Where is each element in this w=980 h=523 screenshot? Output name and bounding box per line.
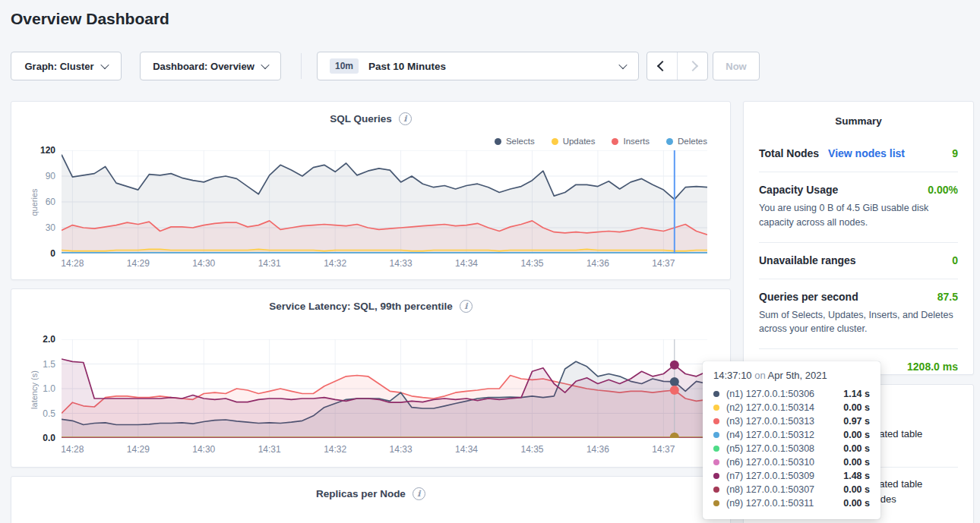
sql-queries-plot[interactable] [62,150,707,254]
x-tick-label: 14:31 [258,444,281,455]
summary-subtext: You are using 0 B of 4.5 GiB usable disk… [759,201,958,230]
tooltip-node-value: 1.14 s [843,389,870,399]
x-tick-label: 14:30 [192,444,215,455]
y-tick-label: 30 [11,222,55,233]
tooltip-row: (n2) 127.0.0.1:503140.00 s [713,401,870,414]
legend-item-deletes: Deletes [666,137,707,146]
replicas-per-node-chart-card: Replicas per Node [11,476,731,523]
legend-label: Updates [563,137,596,146]
summary-value: 9 [952,147,958,159]
series-dot-icon [713,487,719,493]
y-tick-label: 1.0 [11,383,55,394]
x-tick-label: 14:32 [324,258,346,269]
x-tick-label: 14:28 [61,444,84,455]
chart-title: Service Latency: SQL, 99th percentile [269,301,453,312]
x-tick-label: 14:29 [127,258,150,269]
tooltip-row: (n6) 127.0.0.1:503100.00 s [713,455,870,469]
time-range-badge: 10m [330,58,359,74]
x-tick-label: 14:33 [390,258,413,269]
x-tick-label: 14:33 [390,444,413,455]
x-tick-label: 14:30 [192,258,215,269]
x-tick-label: 14:36 [586,258,609,269]
legend-item-inserts: Inserts [612,137,650,146]
prev-time-button[interactable] [647,52,677,80]
tooltip-node-label: (n9) 127.0.0.1:50311 [726,498,814,509]
info-icon[interactable] [399,112,412,125]
legend-dot-icon [552,138,558,145]
series-dot-icon [713,418,719,424]
y-tick-label: 120 [11,145,55,156]
chart-header: Replicas per Node [11,487,730,500]
sql-queries-chart-card: SQL Queries SelectsUpdatesInsertsDeletes… [11,101,731,280]
tooltip-row: (n8) 127.0.0.1:503070.00 s [713,483,870,496]
series-dot-icon [713,391,719,397]
chart-title: Replicas per Node [316,488,406,499]
tooltip-row: (n1) 127.0.0.1:503061.14 s [713,387,870,401]
chart-hover-tooltip: 14:37:10 on Apr 5th, 2021 (n1) 127.0.0.1… [703,361,880,519]
y-tick-label: 1.5 [11,359,55,370]
summary-body: Total Nodes View nodes list 9 Capacity U… [744,127,973,385]
x-tick-label: 14:35 [520,444,543,455]
summary-label: Capacity Usage [759,184,838,196]
x-tick-label: 14:34 [455,444,478,455]
tooltip-row: (n3) 127.0.0.1:503130.97 s [713,414,870,428]
tooltip-node-label: (n7) 127.0.0.1:50309 [726,471,814,481]
series-dot-icon [713,405,719,411]
summary-label: Unavailable ranges [759,254,856,266]
info-icon[interactable] [413,487,425,500]
tooltip-node-value: 0.00 s [843,430,870,440]
summary-row-total-nodes: Total Nodes View nodes list 9 [759,136,958,172]
tooltip-node-label: (n2) 127.0.0.1:50314 [726,402,814,413]
chevron-left-icon [656,61,667,71]
summary-value: 1208.0 ms [907,361,958,373]
summary-row-capacity-usage: Capacity Usage 0.00% You are using 0 B o… [759,172,958,243]
toolbar-divider [301,53,302,79]
legend-dot-icon [495,138,501,145]
next-time-button[interactable] [677,52,707,80]
summary-row-queries-per-second: Queries per second 87.5 Sum of Selects, … [759,279,958,350]
y-tick-label: 0.5 [11,408,55,419]
x-tick-label: 14:37 [652,444,675,455]
tooltip-node-value: 0.97 s [843,416,870,427]
legend-dot-icon [666,138,673,145]
tooltip-date: Apr 5th, 2021 [768,370,827,381]
tooltip-node-label: (n8) 127.0.0.1:50307 [726,484,814,495]
chevron-down-icon [100,61,109,69]
page-title: Overview Dashboard [11,10,169,28]
series-dot-icon [713,473,719,479]
y-tick-label: 0 [11,248,55,259]
chart-header: Service Latency: SQL, 99th percentile [11,300,730,313]
x-tick-label: 14:36 [586,444,609,455]
info-icon[interactable] [460,300,473,313]
y-tick-label: 2.0 [11,334,55,345]
time-nav-group [646,52,708,80]
time-range-dropdown[interactable]: 10m Past 10 Minutes [317,52,639,80]
tooltip-node-value: 0.00 s [843,498,870,509]
series-dot-icon [713,446,719,452]
overview-dashboard-page: Overview Dashboard Graph: Cluster Dashbo… [0,0,980,523]
view-nodes-list-link[interactable]: View nodes list [828,147,905,159]
x-tick-label: 14:28 [61,258,84,269]
summary-heading: Summary [744,102,973,127]
chart-legend: SelectsUpdatesInsertsDeletes [495,137,707,146]
time-range-label: Past 10 Minutes [368,61,446,72]
chart-header: SQL Queries [11,112,730,125]
x-tick-label: 14:31 [258,258,281,269]
x-tick-label: 14:32 [324,444,346,455]
tooltip-node-value: 0.00 s [843,484,870,495]
x-axis-ticks: 14:2814:2914:3014:3114:3214:3314:3414:35… [62,258,707,270]
tooltip-row: (n5) 127.0.0.1:503080.00 s [713,442,870,455]
legend-item-selects: Selects [495,137,535,146]
legend-label: Selects [506,137,535,146]
chevron-down-icon [618,61,627,69]
service-latency-plot[interactable] [62,339,707,438]
legend-dot-icon [612,138,618,145]
dashboard-dropdown[interactable]: Dashboard: Overview [140,52,281,80]
graph-dropdown-label: Graph: Cluster [24,61,93,72]
summary-value: 87.5 [937,291,958,303]
graph-dropdown[interactable]: Graph: Cluster [11,52,122,80]
now-button[interactable]: Now [713,52,760,80]
tooltip-row: (n9) 127.0.0.1:503110.00 s [713,496,870,510]
summary-value: 0 [952,254,958,266]
tooltip-on: on [754,370,765,381]
